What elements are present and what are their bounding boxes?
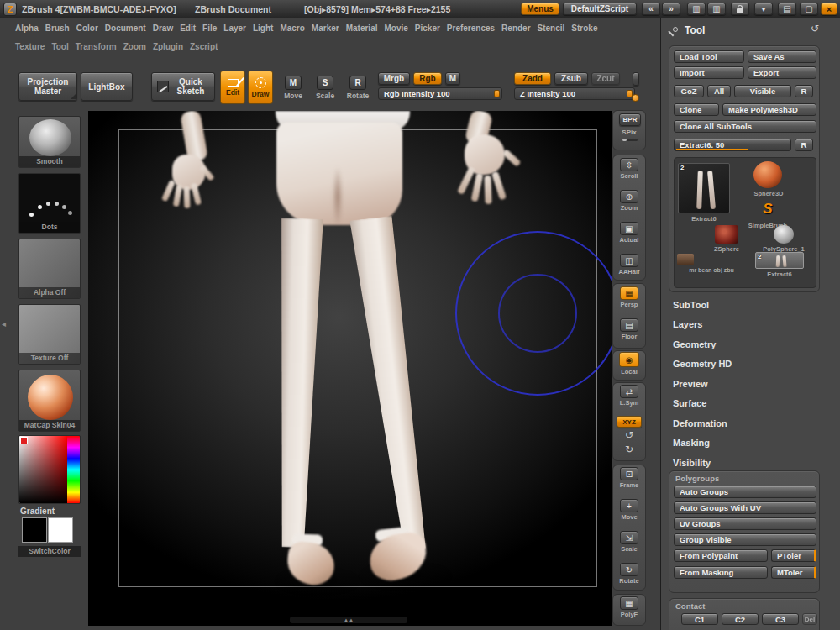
scale-mode-button[interactable]: S Scale — [312, 71, 339, 103]
current-tool-thumbnail[interactable]: 2 — [678, 163, 730, 213]
menu-render[interactable]: Render — [501, 24, 530, 33]
menu-draw[interactable]: Draw — [153, 24, 173, 33]
menu-transform[interactable]: Transform — [76, 42, 117, 51]
move-mode-button[interactable]: M Move — [280, 71, 307, 103]
lightbox-button[interactable]: LightBox — [81, 72, 133, 101]
menu-macro[interactable]: Macro — [280, 24, 304, 33]
rgb-intensity-thumb[interactable] — [494, 90, 500, 97]
section-geometry-hd[interactable]: Geometry HD — [664, 354, 836, 372]
restore-configuration-icon[interactable]: ↺ — [811, 24, 819, 34]
saturation-value-square[interactable] — [19, 436, 67, 503]
polygroups-title[interactable]: Polygroups — [675, 474, 719, 483]
menu-texture[interactable]: Texture — [15, 42, 45, 51]
import-button[interactable]: Import — [674, 66, 744, 79]
color-picker[interactable] — [18, 435, 81, 504]
current-stroke-thumbnail[interactable]: Dots — [18, 173, 81, 234]
mtolerance-slider[interactable]: MToler — [771, 566, 816, 579]
menu-brush[interactable]: Brush — [45, 24, 70, 33]
toolbar-divider-handle[interactable] — [633, 72, 639, 86]
shelf-collapse-arrow[interactable]: ◂ — [2, 319, 6, 329]
uv-groups-button[interactable]: Uv Groups — [674, 517, 816, 530]
gradient-toggle[interactable]: Gradient — [20, 507, 55, 516]
simplebrush-thumbnail[interactable]: S — [757, 200, 779, 218]
window-restore-icon[interactable]: ▢ — [800, 3, 818, 15]
menu-material[interactable]: Material — [346, 24, 378, 33]
menu-alpha[interactable]: Alpha — [15, 24, 39, 33]
close-icon[interactable]: × — [821, 3, 837, 15]
zadd-button[interactable]: Zadd — [514, 72, 551, 85]
edit-mode-button[interactable]: Edit — [220, 71, 245, 104]
menu-light[interactable]: Light — [253, 24, 273, 33]
contact-c2-button[interactable]: C2 — [722, 613, 759, 625]
menu-picker[interactable]: Picker — [415, 24, 440, 33]
frame-button[interactable]: ⊡ Frame — [614, 467, 644, 489]
clone-all-subtools-button[interactable]: Clone All SubTools — [674, 120, 816, 133]
save-as-button[interactable]: Save As — [748, 50, 816, 63]
section-subtool[interactable]: SubTool — [664, 296, 836, 313]
current-tool-r-button[interactable]: R — [795, 139, 813, 151]
contact-title[interactable]: Contact — [675, 601, 705, 611]
toolbar-slider-dot[interactable] — [632, 94, 639, 102]
section-geometry[interactable]: Geometry — [664, 335, 836, 353]
group-visible-button[interactable]: Group Visible — [674, 533, 816, 546]
contact-del-button[interactable]: Del — [802, 613, 817, 625]
menu-layer[interactable]: Layer — [223, 24, 246, 33]
rotate-mode-button[interactable]: R Rotate — [344, 71, 372, 103]
current-texture-thumbnail[interactable]: Texture Off — [18, 304, 81, 365]
section-deformation[interactable]: Deformation — [664, 414, 836, 432]
menu-color[interactable]: Color — [76, 24, 98, 33]
scale-view-button[interactable]: ⇲ Scale — [614, 531, 644, 553]
auto-groups-button[interactable]: Auto Groups — [674, 486, 816, 498]
menu-zplugin[interactable]: Zplugin — [153, 42, 183, 51]
spin-left-button[interactable]: ↺ — [614, 430, 644, 440]
goz-all-button[interactable]: All — [707, 85, 731, 97]
mrgb-button[interactable]: Mrgb — [378, 72, 410, 85]
menu-marker[interactable]: Marker — [312, 24, 339, 33]
default-zscript-button[interactable]: DefaultZScript — [563, 3, 637, 15]
divider-a-icon[interactable]: ▥ — [687, 3, 706, 15]
section-visibility[interactable]: Visibility — [664, 454, 836, 471]
document-canvas[interactable]: ▲▲ — [88, 111, 612, 626]
menu-edit[interactable]: Edit — [180, 24, 196, 33]
aahalf-button[interactable]: ◫ AAHalf — [614, 254, 644, 276]
canvas-scrollbar[interactable]: ▲▲ — [290, 617, 407, 623]
ptolerance-slider[interactable]: PToler — [771, 549, 816, 562]
menu-movie[interactable]: Movie — [384, 24, 407, 33]
spix-slider[interactable] — [622, 139, 638, 141]
switch-color-button[interactable]: SwitchColor — [18, 546, 81, 557]
menu-stroke[interactable]: Stroke — [571, 24, 597, 33]
current-brush-thumbnail[interactable]: Smooth — [18, 116, 81, 168]
current-alpha-thumbnail[interactable]: Alpha Off — [18, 239, 81, 299]
move-view-button[interactable]: + Move — [614, 499, 644, 521]
load-tool-button[interactable]: Load Tool — [674, 50, 744, 63]
window-grid-icon[interactable]: ▤ — [778, 3, 796, 15]
current-material-thumbnail[interactable]: MatCap Skin04 — [18, 370, 81, 432]
section-surface[interactable]: Surface — [664, 394, 836, 412]
menu-preferences[interactable]: Preferences — [447, 24, 495, 33]
contact-c3-button[interactable]: C3 — [762, 613, 799, 625]
make-polymesh3d-button[interactable]: Make PolyMesh3D — [722, 103, 816, 116]
clone-button[interactable]: Clone — [674, 103, 719, 116]
from-masking-button[interactable]: From Masking — [674, 566, 768, 579]
color-selector-square[interactable] — [20, 437, 28, 444]
section-preview[interactable]: Preview — [664, 375, 836, 392]
polyframe-button[interactable]: ▦ PolyF — [614, 596, 644, 618]
mrbean-thumbnail[interactable] — [677, 254, 694, 265]
zcut-button[interactable]: Zcut — [591, 72, 620, 85]
recent-tool-thumbnail[interactable]: 2 — [755, 252, 804, 269]
menu-document[interactable]: Document — [105, 24, 146, 33]
main-color-swatch[interactable] — [22, 517, 47, 543]
palette-scroll-icon[interactable] — [668, 27, 679, 38]
menus-button[interactable]: Menus — [521, 3, 559, 15]
export-button[interactable]: Export — [748, 66, 816, 79]
contact-c1-button[interactable]: C1 — [681, 613, 718, 625]
goz-button[interactable]: GoZ — [674, 85, 704, 97]
divider-b-icon[interactable]: ▥ — [707, 3, 726, 15]
auto-groups-uv-button[interactable]: Auto Groups With UV — [674, 501, 816, 514]
menu-stencil[interactable]: Stencil — [538, 24, 565, 33]
sphere3d-thumbnail[interactable] — [753, 161, 782, 188]
m-button[interactable]: M — [445, 72, 460, 85]
menu-zscript[interactable]: Zscript — [190, 42, 218, 51]
section-masking[interactable]: Masking — [664, 433, 836, 451]
persp-button[interactable]: ▦ Persp — [614, 286, 644, 308]
